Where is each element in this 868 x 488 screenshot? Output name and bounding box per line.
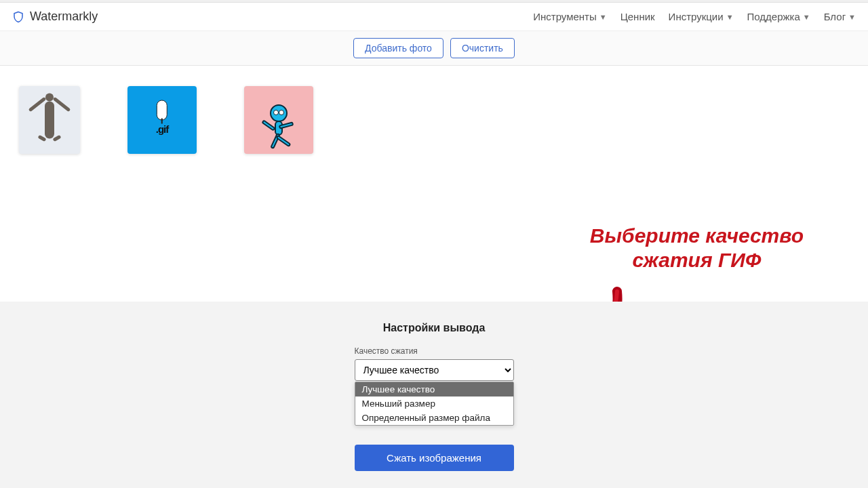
thumbnail-row: .gif [0,66,868,174]
thumbnail-image: .gif [156,100,169,135]
action-bar: Добавить фото Очистить [0,31,868,66]
dropdown-option[interactable]: Определенный размер файла [355,411,513,425]
annotation-text: Выберите качество сжатия ГИФ [590,224,804,272]
add-photo-button[interactable]: Добавить фото [353,38,443,58]
chevron-down-icon: ▼ [848,13,856,21]
thumbnail-image [45,102,54,139]
shield-icon [12,11,24,23]
dropdown-option[interactable]: Меньший размер [355,396,513,411]
app-header: Watermarkly Инструменты ▼ Ценник Инструк… [0,3,868,31]
panel-title: Настройки вывода [383,322,486,334]
quality-select[interactable]: Лучшее качество [355,359,514,381]
quality-label: Качество сжатия [355,346,514,356]
compress-button[interactable]: Сжать изображения [355,445,514,471]
chevron-down-icon: ▼ [599,13,607,21]
main-nav: Инструменты ▼ Ценник Инструкции ▼ Поддер… [533,11,856,22]
nav-support[interactable]: Поддержка ▼ [747,11,810,22]
thumbnail-item[interactable]: .gif [127,86,197,154]
nav-blog[interactable]: Блог ▼ [824,11,856,22]
dropdown-option[interactable]: Лучшее качество [355,382,513,396]
chevron-down-icon: ▼ [803,13,810,21]
annotation-line1: Выберите качество [590,224,804,248]
brand-logo[interactable]: Watermarkly [12,9,98,24]
thumbnail-image [270,104,288,136]
nav-instructions-label: Инструкции [669,11,724,22]
clear-button[interactable]: Очистить [450,38,515,58]
nav-blog-label: Блог [824,11,846,22]
nav-instructions[interactable]: Инструкции ▼ [669,11,734,22]
nav-tools-label: Инструменты [533,11,597,22]
thumbnail-item[interactable] [244,86,313,154]
nav-pricing[interactable]: Ценник [620,11,655,22]
annotation-line2: сжатия ГИФ [590,248,804,272]
chevron-down-icon: ▼ [726,13,734,21]
nav-pricing-label: Ценник [620,11,655,22]
brand-name: Watermarkly [30,9,98,24]
quality-dropdown-list: Лучшее качество Меньший размер Определен… [355,382,514,426]
thumbnail-item[interactable] [19,86,80,154]
gif-label: .gif [156,123,169,135]
nav-support-label: Поддержка [747,11,800,22]
nav-tools[interactable]: Инструменты ▼ [533,11,606,22]
output-settings-panel: Настройки вывода Качество сжатия Лучшее … [0,302,868,488]
